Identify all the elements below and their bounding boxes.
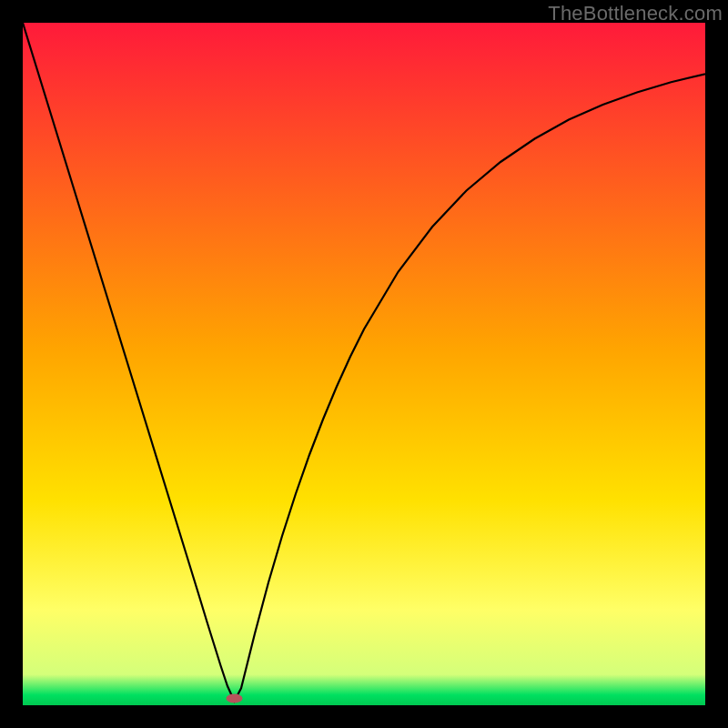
bottleneck-chart [23,23,705,705]
gradient-background [23,23,705,705]
watermark-label: TheBottleneck.com [548,2,723,25]
chart-container: TheBottleneck.com [0,0,728,728]
minimum-marker [227,694,243,703]
